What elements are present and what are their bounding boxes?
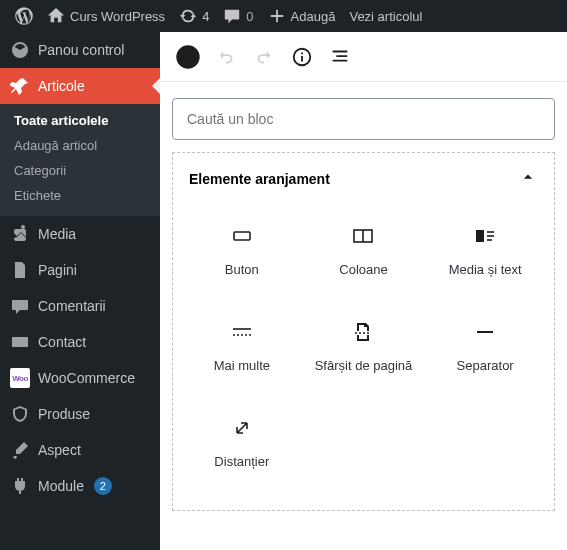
products-icon <box>10 404 30 424</box>
sidebar-item-media[interactable]: Media <box>0 216 160 252</box>
block-label: Mai multe <box>214 358 270 374</box>
add-new-text: Adaugă <box>291 9 336 24</box>
sidebar-item-dashboard[interactable]: Panou control <box>0 32 160 68</box>
page-break-icon <box>351 320 375 344</box>
updates-link[interactable]: 4 <box>172 0 216 32</box>
panel-toggle[interactable]: Elemente aranjament <box>173 153 554 204</box>
plugins-badge: 2 <box>94 477 112 495</box>
comments-link[interactable]: 0 <box>216 0 260 32</box>
more-icon <box>230 320 254 344</box>
sidebar-label-woocommerce: WooCommerce <box>38 370 135 386</box>
site-name-text: Curs WordPress <box>70 9 165 24</box>
sidebar-item-contact[interactable]: Contact <box>0 324 160 360</box>
sidebar-label-dashboard: Panou control <box>38 42 124 58</box>
admin-bar: Curs WordPress 4 0 Adaugă Vezi articolul <box>0 0 567 32</box>
svg-rect-4 <box>476 230 484 242</box>
sidebar-label-contact: Contact <box>38 334 86 350</box>
admin-sidebar: Panou control Articole Toate articolele … <box>0 32 160 550</box>
sidebar-label-posts: Articole <box>38 78 85 94</box>
block-label: Buton <box>225 262 259 278</box>
block-label: Separator <box>457 358 514 374</box>
editor-content: Elemente aranjament Buton Coloane Medi <box>160 32 567 550</box>
undo-button[interactable] <box>208 39 244 75</box>
comments-icon <box>10 296 30 316</box>
mail-icon <box>10 332 30 352</box>
sidebar-item-pages[interactable]: Pagini <box>0 252 160 288</box>
sidebar-item-posts[interactable]: Articole <box>0 68 160 104</box>
sidebar-label-pages: Pagini <box>38 262 77 278</box>
separator-icon <box>473 320 497 344</box>
brush-icon <box>10 440 30 460</box>
submenu-add-post[interactable]: Adaugă articol <box>0 133 160 158</box>
submenu-all-posts[interactable]: Toate articolele <box>0 108 160 133</box>
block-button[interactable]: Buton <box>181 212 303 304</box>
media-icon <box>10 224 30 244</box>
block-separator[interactable]: Separator <box>424 308 546 400</box>
sidebar-item-appearance[interactable]: Aspect <box>0 432 160 468</box>
block-label: Distanțier <box>214 454 269 470</box>
search-input[interactable] <box>172 98 555 140</box>
home-icon <box>47 7 65 25</box>
block-inserter: Elemente aranjament Buton Coloane Medi <box>160 82 567 550</box>
svg-rect-1 <box>234 232 250 240</box>
updates-count: 4 <box>202 9 209 24</box>
block-label: Media și text <box>449 262 522 278</box>
posts-submenu: Toate articolele Adaugă articol Categori… <box>0 104 160 216</box>
info-button[interactable] <box>284 39 320 75</box>
view-post-text: Vezi articolul <box>349 9 422 24</box>
comments-count: 0 <box>246 9 253 24</box>
chevron-up-icon <box>518 167 538 190</box>
outline-button[interactable] <box>322 39 358 75</box>
updates-icon <box>179 7 197 25</box>
block-media-text[interactable]: Media și text <box>424 212 546 304</box>
sidebar-item-products[interactable]: Produse <box>0 396 160 432</box>
wordpress-logo[interactable] <box>8 0 40 32</box>
layout-elements-panel: Elemente aranjament Buton Coloane Medi <box>172 152 555 511</box>
add-block-button[interactable] <box>170 39 206 75</box>
block-label: Sfârșit de pagină <box>315 358 413 374</box>
site-name-link[interactable]: Curs WordPress <box>40 0 172 32</box>
sidebar-item-plugins[interactable]: Module 2 <box>0 468 160 504</box>
submenu-tags[interactable]: Etichete <box>0 183 160 208</box>
sidebar-label-media: Media <box>38 226 76 242</box>
block-more[interactable]: Mai multe <box>181 308 303 400</box>
redo-button[interactable] <box>246 39 282 75</box>
plugin-icon <box>10 476 30 496</box>
dashboard-icon <box>10 40 30 60</box>
block-label: Coloane <box>339 262 387 278</box>
sidebar-item-comments[interactable]: Comentarii <box>0 288 160 324</box>
columns-icon <box>351 224 375 248</box>
page-icon <box>10 260 30 280</box>
comment-icon <box>223 7 241 25</box>
plus-icon <box>268 7 286 25</box>
block-page-break[interactable]: Sfârșit de pagină <box>303 308 425 400</box>
button-icon <box>230 224 254 248</box>
spacer-icon <box>230 416 254 440</box>
sidebar-label-plugins: Module <box>38 478 84 494</box>
add-new-link[interactable]: Adaugă <box>261 0 343 32</box>
sidebar-item-woocommerce[interactable]: Woo WooCommerce <box>0 360 160 396</box>
block-grid: Buton Coloane Media și text Mai multe <box>173 204 554 510</box>
woocommerce-icon: Woo <box>10 368 30 388</box>
media-text-icon <box>473 224 497 248</box>
wordpress-icon <box>15 7 33 25</box>
sidebar-label-appearance: Aspect <box>38 442 81 458</box>
sidebar-label-comments: Comentarii <box>38 298 106 314</box>
panel-title: Elemente aranjament <box>189 171 330 187</box>
sidebar-label-products: Produse <box>38 406 90 422</box>
view-post-link[interactable]: Vezi articolul <box>342 0 429 32</box>
pin-icon <box>10 76 30 96</box>
block-columns[interactable]: Coloane <box>303 212 425 304</box>
submenu-categories[interactable]: Categorii <box>0 158 160 183</box>
block-spacer[interactable]: Distanțier <box>181 404 303 496</box>
editor-toolbar <box>160 32 567 82</box>
